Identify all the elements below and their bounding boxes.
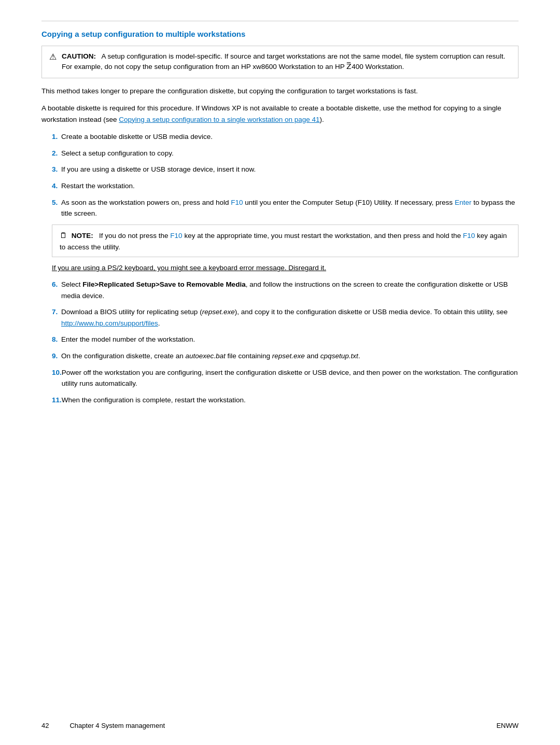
step-4: 4. Restart the workstation. [41,180,519,192]
caution-box: ⚠ CAUTION: A setup configuration is mode… [41,46,519,78]
step-num-8: 8. [41,334,61,345]
step-num-7: 7. [41,306,61,318]
steps-list: 1. Create a bootable diskette or USB med… [41,131,519,405]
caution-text: CAUTION: A setup configuration is model-… [62,51,511,73]
note-underline-text: If you are using a PS/2 keyboard, you mi… [52,262,519,274]
step-num-1: 1. [41,131,61,143]
step-text-4: Restart the workstation. [61,180,519,192]
step-text-7: Download a BIOS utility for replicating … [61,306,519,329]
step-num-4: 4. [41,180,61,192]
section-title: Copying a setup configuration to multipl… [41,21,519,38]
step-11: 11. When the configuration is complete, … [41,395,519,406]
footer-left: 42 Chapter 4 System management [41,722,165,729]
step-num-3: 3. [41,164,61,175]
step-7: 7. Download a BIOS utility for replicati… [41,306,519,329]
step-6: 6. Select File>Replicated Setup>Save to … [41,279,519,301]
f10-code-1: F10 [231,199,243,206]
step-num-6: 6. [41,279,61,290]
step-num-5: 5. [41,197,61,208]
step-text-9: On the configuration diskette, create an… [61,350,519,362]
note-box: 🗒 NOTE: If you do not press the F10 key … [52,224,519,258]
step-text-8: Enter the model number of the workstatio… [61,334,519,345]
step-num-11: 11. [41,395,62,406]
step-text-3: If you are using a diskette or USB stora… [61,164,519,175]
repset-exe-2: repset.exe [272,352,305,360]
note-document-icon: 🗒 [60,231,67,240]
f10-code-2: F10 [170,232,182,240]
repset-exe: repset.exe [202,308,235,316]
step-1: 1. Create a bootable diskette or USB med… [41,131,519,143]
page-footer: 42 Chapter 4 System management ENWW [41,722,519,729]
step-text-2: Select a setup configuration to copy. [61,148,519,159]
step-text-11: When the configuration is complete, rest… [62,395,519,406]
enter-code: Enter [455,199,471,206]
para-2: A bootable diskette is required for this… [41,103,519,125]
footer-right: ENWW [496,722,519,729]
step-text-1: Create a bootable diskette or USB media … [61,131,519,143]
step-3: 3. If you are using a diskette or USB st… [41,164,519,175]
caution-label: CAUTION: [62,52,96,60]
page-content: Copying a setup configuration to multipl… [41,21,519,405]
bold-menu-text: File>Replicated Setup>Save to Removable … [82,280,245,288]
step-text-10: Power off the workstation you are config… [62,367,519,389]
step-text-5: As soon as the workstation powers on, pr… [61,197,519,219]
step-2: 2. Select a setup configuration to copy. [41,148,519,159]
f10-code-3: F10 [463,232,475,240]
footer-page-num: 42 [41,722,49,729]
step-num-9: 9. [41,350,61,362]
step-5: 5. As soon as the workstation powers on,… [41,197,519,219]
autoexec-bat: autoexec.bat [185,352,225,360]
para-1: This method takes longer to prepare the … [41,86,519,97]
note-container: 🗒 NOTE: If you do not press the F10 key … [41,224,519,274]
hp-support-link[interactable]: http://www.hp.com/support/files [61,319,158,327]
step-num-10: 10. [41,367,62,378]
step-text-6: Select File>Replicated Setup>Save to Rem… [61,279,519,301]
note-label: NOTE: [72,232,93,240]
step-num-2: 2. [41,148,61,159]
footer-chapter: Chapter 4 System management [69,722,165,729]
cpqsetup-txt: cpqsetup.txt [320,352,358,360]
step-10: 10. Power off the workstation you are co… [41,367,519,389]
single-workstation-link[interactable]: Copying a setup configuration to a singl… [119,116,319,123]
caution-icon: ⚠ [49,52,57,62]
step-8: 8. Enter the model number of the worksta… [41,334,519,345]
step-9: 9. On the configuration diskette, create… [41,350,519,362]
